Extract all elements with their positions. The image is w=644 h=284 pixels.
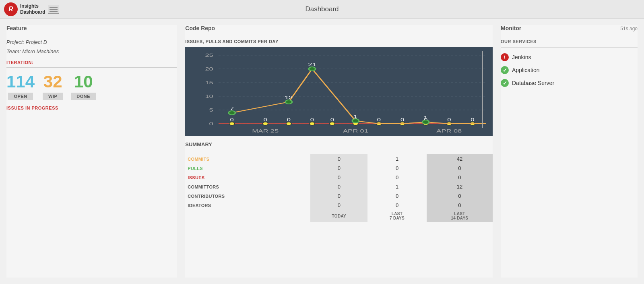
summary-header-row: TODAY LAST7 DAYS LAST14 DAYS	[185, 210, 493, 222]
commits-today: 0	[310, 154, 367, 164]
stat-done: 10 DONE	[71, 73, 96, 100]
summary-table: COMMITS 0 1 42 PULLS 0 0 0 ISSUES 0 0 0	[185, 154, 493, 222]
code-repo-panel-title: Code Repo	[185, 25, 493, 34]
svg-text:15: 15	[205, 80, 213, 85]
stat-open-label[interactable]: OPEN	[8, 93, 33, 100]
services-divider	[501, 47, 638, 48]
svg-text:APR 01: APR 01	[343, 129, 368, 133]
monitor-panel: Monitor 51s ago OUR SERVICES ! Jenkins ✓…	[501, 25, 638, 278]
svg-text:0: 0	[377, 118, 381, 122]
header-last14: LAST14 DAYS	[427, 210, 493, 222]
header: R Insights Dashboard Dashboard	[0, 0, 644, 19]
ideators-last7: 0	[367, 201, 427, 210]
ideators-label: IDEATORS	[185, 201, 310, 210]
pulls-last14: 0	[427, 164, 493, 173]
logo-text: Insights Dashboard	[20, 3, 45, 15]
page-title: Dashboard	[305, 5, 339, 13]
summary-row-issues: ISSUES 0 0 0	[185, 173, 493, 182]
contributors-last14: 0	[427, 191, 493, 201]
svg-rect-1	[50, 9, 58, 10]
summary-label: SUMMARY	[185, 141, 493, 147]
stat-done-label[interactable]: DONE	[71, 93, 96, 100]
svg-point-19	[286, 122, 291, 125]
summary-divider	[185, 150, 493, 150]
svg-text:APR 08: APR 08	[437, 129, 462, 133]
issues-last7: 0	[367, 173, 427, 182]
svg-text:5: 5	[209, 108, 213, 112]
commits-last7: 1	[367, 154, 427, 164]
svg-text:0: 0	[287, 118, 291, 122]
svg-point-21	[310, 122, 315, 125]
logo-badge	[48, 5, 59, 14]
team-label: Team:	[6, 48, 21, 54]
header-today: TODAY	[310, 210, 367, 222]
svg-text:MAR 25: MAR 25	[252, 129, 279, 133]
database-status-icon: ✓	[501, 79, 509, 87]
svg-point-37	[229, 111, 235, 115]
commits-last14: 42	[427, 154, 493, 164]
issues-divider	[6, 113, 177, 113]
svg-text:25: 25	[205, 53, 213, 58]
stat-wip-label[interactable]: WIP	[43, 93, 63, 100]
svg-text:0: 0	[471, 118, 475, 122]
svg-text:0: 0	[400, 118, 405, 122]
svg-text:1: 1	[354, 114, 358, 119]
stat-open: 114 OPEN	[6, 73, 35, 100]
svg-point-17	[263, 122, 268, 125]
service-application: ✓ Application	[501, 66, 638, 74]
svg-point-15	[229, 122, 235, 125]
stat-done-number: 10	[71, 73, 96, 90]
monitor-title-row: Monitor 51s ago	[501, 25, 638, 39]
code-repo-panel: Code Repo ISSUES, PULLS AND COMMITS PER …	[185, 25, 493, 278]
svg-text:1: 1	[424, 115, 428, 120]
svg-text:20: 20	[205, 66, 213, 71]
feature-panel: Feature Project: Project D Team: Micro M…	[6, 25, 177, 278]
monitor-timestamp: 51s ago	[620, 26, 638, 31]
committors-label: COMMITTORS	[185, 182, 310, 191]
svg-text:0: 0	[230, 118, 234, 122]
logo-icon: R	[4, 2, 18, 16]
service-jenkins: ! Jenkins	[501, 53, 638, 61]
stats-row: 114 OPEN 32 WIP 10 DONE	[6, 73, 177, 100]
issues-label-col: ISSUES	[185, 173, 310, 182]
ideators-today: 0	[310, 201, 367, 210]
services-label: OUR SERVICES	[501, 39, 638, 44]
issues-label: ISSUES IN PROGRESS	[6, 106, 177, 110]
svg-point-43	[352, 119, 359, 123]
commits-label: COMMITS	[185, 154, 310, 164]
chart-container: 25 20 15 10 5 0 0 0 0 0 0 0	[185, 47, 493, 136]
ideators-last14: 0	[427, 201, 493, 210]
contributors-label: CONTRIBUTORS	[185, 191, 310, 201]
logo-letter: R	[8, 6, 13, 13]
summary-row-ideators: IDEATORS 0 0 0	[185, 201, 493, 210]
svg-text:0: 0	[330, 118, 334, 122]
svg-text:12: 12	[285, 95, 293, 100]
summary-row-pulls: PULLS 0 0 0	[185, 164, 493, 173]
project-row: Project: Project D	[6, 39, 177, 45]
chart-label: ISSUES, PULLS AND COMMITS PER DAY	[185, 39, 493, 44]
logo: R Insights Dashboard	[4, 2, 59, 16]
issues-today: 0	[310, 173, 367, 182]
svg-rect-0	[50, 7, 58, 8]
contributors-last7: 0	[367, 191, 427, 201]
svg-text:0: 0	[310, 118, 314, 122]
team-row: Team: Micro Machines	[6, 48, 177, 54]
summary-row-committors: COMMITTORS 0 1 12	[185, 182, 493, 191]
iteration-divider	[6, 67, 177, 68]
issues-last14: 0	[427, 173, 493, 182]
summary-row-contributors: CONTRIBUTORS 0 0 0	[185, 191, 493, 201]
stat-wip-number: 32	[43, 73, 63, 90]
iteration-label: ITERATION:	[6, 60, 177, 65]
database-name: Database Server	[512, 80, 554, 86]
summary-row-commits: COMMITS 0 1 42	[185, 154, 493, 164]
svg-point-23	[330, 122, 335, 125]
project-value: Project D	[26, 39, 47, 45]
project-label: Project:	[6, 39, 24, 45]
jenkins-name: Jenkins	[512, 54, 531, 60]
contributors-today: 0	[310, 191, 367, 201]
svg-text:21: 21	[308, 62, 316, 67]
stat-open-number: 114	[6, 73, 35, 90]
chart-svg: 25 20 15 10 5 0 0 0 0 0 0 0	[185, 47, 493, 136]
svg-point-41	[309, 67, 316, 71]
application-status-icon: ✓	[501, 66, 509, 74]
